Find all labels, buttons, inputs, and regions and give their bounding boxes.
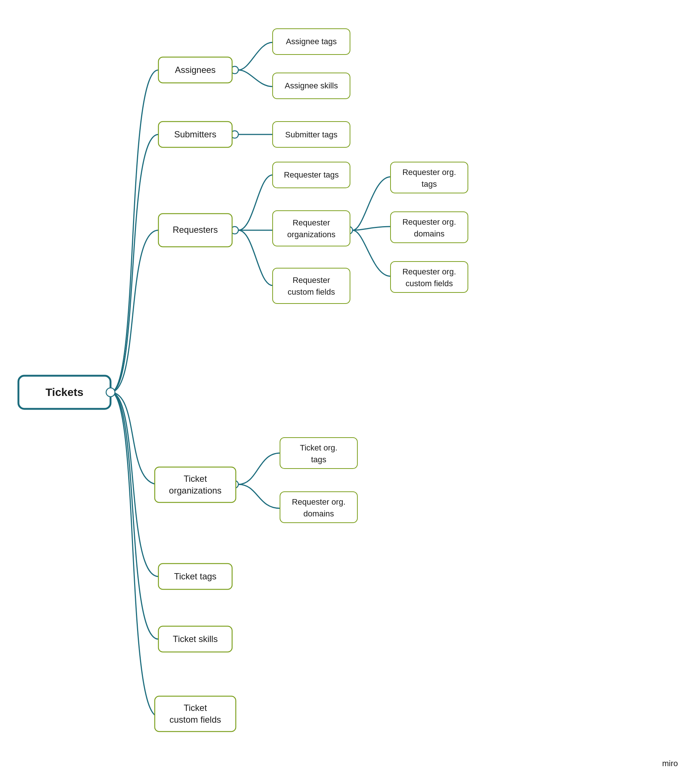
connector-ticket-orgs-domains	[238, 484, 280, 508]
ticket-custom-label-2: custom fields	[170, 715, 221, 725]
ticket-orgs-label-1: Ticket	[183, 474, 207, 484]
req-org-custom-label-1: Requester org.	[402, 267, 456, 276]
connector-tickets-ticket-tags	[111, 392, 158, 577]
ticket-custom-box[interactable]	[155, 696, 236, 732]
connector-assignees-skills	[238, 70, 273, 86]
ticket-custom-label-1: Ticket	[183, 703, 207, 713]
connector-assignees-tags	[238, 42, 273, 70]
assignee-skills-label: Assignee skills	[285, 81, 338, 90]
ticket-orgs-label-2: organizations	[169, 486, 222, 496]
requesters-label: Requesters	[173, 225, 218, 234]
ticket-org-domains-label-2: domains	[303, 509, 334, 518]
req-org-tags-label-2: tags	[421, 180, 437, 189]
connector-requesters-rtags	[238, 175, 273, 230]
requester-orgs-label-2: organizations	[288, 230, 336, 239]
ticket-tags-label: Ticket tags	[174, 571, 216, 581]
connector-tickets-assignees	[111, 70, 158, 392]
ticket-org-domains-label-1: Requester org.	[292, 497, 346, 506]
connector-rorgs-tags	[352, 177, 391, 230]
connector-tickets-requesters	[111, 230, 158, 392]
requester-custom-label-2: custom fields	[288, 287, 335, 296]
joint-root	[106, 388, 115, 397]
req-org-domains-label-1: Requester org.	[402, 217, 456, 226]
requester-custom-label-1: Requester	[293, 276, 330, 285]
connector-requesters-rcustom	[238, 230, 273, 286]
connector-tickets-ticket-skills	[111, 392, 158, 639]
req-org-domains-label-2: domains	[414, 229, 444, 238]
submitters-label: Submitters	[174, 129, 217, 139]
ticket-org-tags-label-1: Ticket org.	[300, 443, 338, 452]
connector-rorgs-custom	[352, 230, 391, 276]
ticket-orgs-box[interactable]	[155, 467, 236, 502]
assignees-label: Assignees	[175, 65, 216, 75]
requester-orgs-label-1: Requester	[293, 218, 330, 227]
req-org-custom-label-2: custom fields	[406, 279, 453, 288]
tickets-label: Tickets	[46, 386, 84, 398]
watermark: miro	[662, 759, 678, 768]
connector-tickets-ticket-orgs	[111, 392, 158, 484]
connector-ticket-orgs-tags	[238, 453, 280, 484]
connector-tickets-ticket-custom	[111, 392, 158, 717]
submitter-tags-label: Submitter tags	[285, 130, 338, 139]
assignee-tags-label: Assignee tags	[286, 37, 337, 46]
requester-custom-box[interactable]	[273, 268, 350, 304]
req-org-tags-label-1: Requester org.	[402, 168, 456, 177]
ticket-skills-label: Ticket skills	[173, 634, 218, 644]
connector-tickets-submitters	[111, 135, 158, 392]
requester-tags-label: Requester tags	[284, 170, 339, 180]
ticket-org-tags-label-2: tags	[311, 455, 326, 464]
requester-orgs-box[interactable]	[273, 211, 350, 246]
